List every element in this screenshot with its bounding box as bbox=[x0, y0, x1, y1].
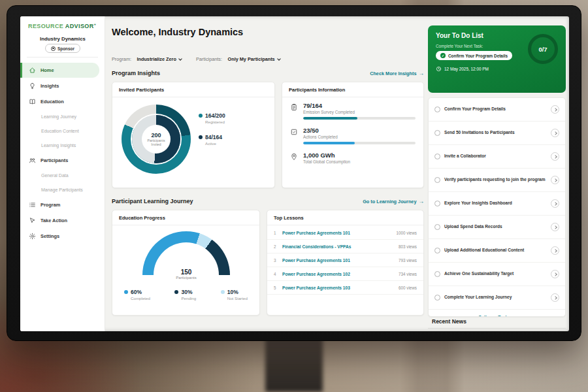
task-row-achieve-one-sustainability-target[interactable]: Achieve One Sustainability Target bbox=[429, 263, 565, 286]
sidebar-nav: HomeInsightsEducationLearning JourneyEdu… bbox=[20, 62, 105, 244]
task-chevron-button[interactable] bbox=[551, 246, 559, 255]
task-label: Explore Your Insights Dashboard bbox=[444, 201, 547, 206]
progress-fill bbox=[303, 117, 357, 120]
task-checkbox[interactable] bbox=[434, 177, 440, 183]
lesson-link[interactable]: Power Purchase Agreements 101 bbox=[282, 231, 392, 235]
task-checkbox[interactable] bbox=[434, 154, 440, 159]
task-checkbox[interactable] bbox=[434, 271, 440, 277]
recent-news-divider bbox=[428, 328, 566, 329]
task-row-confirm-your-program-details[interactable]: Confirm Your Program Details bbox=[429, 98, 565, 122]
lesson-views: 1000 views bbox=[396, 231, 417, 235]
task-row-explore-your-insights-dashboard[interactable]: Explore Your Insights Dashboard bbox=[429, 192, 565, 216]
sidebar-item-learning-insights[interactable]: Learning Insights bbox=[20, 139, 105, 152]
lesson-rank: 2 bbox=[274, 244, 278, 249]
todo-summary-card: Your To Do List Complete Your Next Task:… bbox=[428, 25, 566, 93]
progress-bar bbox=[303, 142, 416, 144]
task-chevron-button[interactable] bbox=[551, 152, 559, 161]
sidebar: RESOURCE ADVISOR+ Industry Dynamics Spon… bbox=[20, 16, 105, 331]
chevron-right-icon bbox=[553, 225, 557, 229]
task-row-invite-a-collaborator[interactable]: Invite a Collaborator bbox=[429, 145, 565, 169]
sidebar-item-insights[interactable]: Insights bbox=[20, 78, 105, 93]
recent-news-title: Recent News bbox=[432, 318, 466, 325]
sponsor-label: Sponsor bbox=[57, 46, 74, 51]
sidebar-item-participants[interactable]: Participants bbox=[20, 153, 105, 168]
lesson-link[interactable]: Financial Considerations - VPPAs bbox=[282, 244, 395, 249]
program-dropdown-value: Industrialize Zero bbox=[137, 56, 176, 62]
insights-icon bbox=[29, 82, 36, 90]
task-checkbox[interactable] bbox=[434, 224, 440, 230]
task-chevron-button[interactable] bbox=[551, 129, 559, 137]
sidebar-item-learning-journey[interactable]: Learning Journey bbox=[20, 110, 105, 123]
stat-row: 79/164Emission Survey Completed bbox=[290, 102, 416, 120]
stat-value: 1,000 GWh bbox=[303, 152, 416, 159]
lesson-link[interactable]: Power Purchase Agreements 103 bbox=[282, 286, 395, 290]
learning-journey-title: Participant Learning Journey bbox=[112, 198, 193, 204]
task-checkbox[interactable] bbox=[434, 130, 440, 136]
participants-stats: 79/164Emission Survey Completed23/50Acti… bbox=[290, 102, 416, 164]
task-row-upload-spend-data-records[interactable]: Upload Spend Data Records bbox=[429, 216, 565, 239]
task-chevron-button[interactable] bbox=[551, 176, 559, 184]
legend-label: Pending bbox=[181, 296, 196, 301]
lesson-link[interactable]: Power Purchase Agreements 102 bbox=[282, 272, 395, 276]
participants-dropdown[interactable]: Only My Participants bbox=[228, 56, 280, 62]
logo-advisor-text: ADVISOR bbox=[65, 23, 94, 29]
sidebar-item-label: Manage Participants bbox=[41, 188, 83, 192]
go-to-learning-journey-link[interactable]: Go to Learning Journey bbox=[363, 198, 424, 204]
filters: Program: Industrialize Zero Participants… bbox=[112, 52, 280, 63]
task-row-upload-additional-educational-content[interactable]: Upload Additional Educational Content bbox=[429, 239, 565, 263]
app-logo: RESOURCE ADVISOR+ bbox=[28, 22, 97, 29]
participants-filter: Participants: Only My Participants bbox=[196, 52, 280, 63]
lesson-link[interactable]: Power Purchase Agreements 101 bbox=[282, 258, 395, 263]
sidebar-item-label: General Data bbox=[41, 173, 69, 178]
legend-label: Active bbox=[205, 141, 225, 146]
sidebar-item-education-content[interactable]: Education Content bbox=[20, 124, 105, 138]
legend-item: 60%Completed bbox=[124, 289, 150, 301]
settings-icon bbox=[29, 233, 36, 240]
education-icon bbox=[29, 98, 36, 105]
task-chevron-button[interactable] bbox=[551, 223, 559, 231]
task-checkbox[interactable] bbox=[434, 106, 440, 112]
chevron-down-icon bbox=[178, 57, 182, 61]
program-filter-label: Program: bbox=[112, 56, 131, 62]
sidebar-item-take-action[interactable]: Take Action bbox=[20, 213, 105, 228]
lesson-row: 2Financial Considerations - VPPAs803 vie… bbox=[267, 240, 423, 253]
task-row-send-50-invitations-to-participants[interactable]: Send 50 Invitations to Participants bbox=[429, 122, 565, 145]
sidebar-item-settings[interactable]: Settings bbox=[20, 229, 105, 244]
sponsor-badge[interactable]: Sponsor bbox=[45, 44, 80, 53]
stat-body: 79/164Emission Survey Completed bbox=[303, 102, 416, 120]
invited-participants-title: Invited Participants bbox=[112, 82, 274, 97]
sidebar-item-general-data[interactable]: General Data bbox=[20, 169, 105, 182]
task-chevron-button[interactable] bbox=[551, 199, 559, 208]
task-checkbox[interactable] bbox=[434, 201, 440, 206]
sidebar-item-manage-participants[interactable]: Manage Participants bbox=[20, 183, 105, 197]
task-checkbox[interactable] bbox=[434, 295, 440, 301]
sidebar-item-program[interactable]: Program bbox=[20, 197, 105, 212]
todo-title: Your To Do List bbox=[436, 32, 483, 39]
lesson-views: 600 views bbox=[399, 286, 417, 290]
stat-body: 1,000 GWhTotal Global Consumption bbox=[303, 152, 416, 164]
top-lessons-list: 1Power Purchase Agreements 1011000 views… bbox=[267, 226, 423, 295]
task-chevron-button[interactable] bbox=[551, 293, 559, 302]
task-label: Confirm Your Program Details bbox=[444, 106, 547, 112]
todo-progress-value: 0/7 bbox=[538, 46, 547, 53]
checklist-icon bbox=[290, 127, 299, 144]
task-chevron-button[interactable] bbox=[551, 105, 559, 114]
chevron-right-icon bbox=[553, 296, 557, 300]
task-row-complete-your-learning-journey[interactable]: Complete Your Learning Journey bbox=[429, 286, 565, 310]
task-chevron-button[interactable] bbox=[551, 270, 559, 278]
program-dropdown[interactable]: Industrialize Zero bbox=[137, 56, 181, 62]
collapse-tasks-label: Collapse Tasks bbox=[478, 315, 510, 317]
stat-row: 1,000 GWhTotal Global Consumption bbox=[290, 152, 416, 164]
legend-top: 84/164 bbox=[199, 134, 225, 140]
check-more-insights-link[interactable]: Check More Insights bbox=[370, 70, 424, 76]
arrow-right-icon bbox=[419, 198, 425, 204]
collapse-tasks-link[interactable]: Collapse Tasks bbox=[429, 310, 565, 317]
sidebar-item-home[interactable]: Home bbox=[20, 63, 99, 78]
education-center-label: Participants bbox=[142, 276, 230, 280]
sidebar-item-education[interactable]: Education bbox=[20, 94, 105, 109]
stat-body: 23/50Actions Completed bbox=[303, 127, 416, 144]
task-row-verify-participants-requesting-to-join-the-program[interactable]: Verify participants requesting to join t… bbox=[429, 169, 565, 192]
sponsor-icon bbox=[51, 46, 56, 51]
task-checkbox[interactable] bbox=[434, 248, 440, 253]
chevron-right-icon bbox=[553, 155, 557, 159]
